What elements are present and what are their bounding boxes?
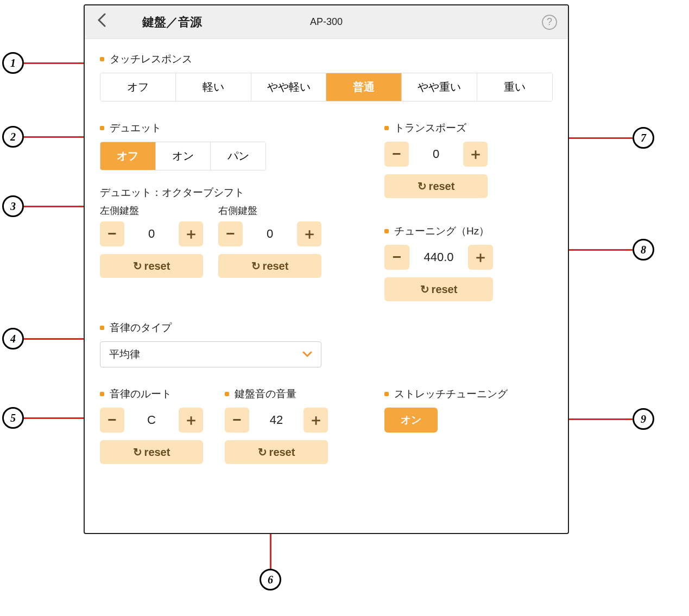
octave-left-label: 左側鍵盤: [100, 204, 203, 217]
octave-right-stepper: − 0 ＋: [218, 221, 321, 246]
touch-response-option[interactable]: オフ: [100, 73, 176, 101]
duet-option[interactable]: オン: [156, 142, 211, 170]
label-text: 音律のルート: [110, 387, 172, 401]
minus-button[interactable]: −: [100, 221, 124, 246]
keyboard-volume-stepper: − 42 ＋: [225, 408, 328, 433]
chevron-left-icon: [97, 13, 106, 27]
reset-button[interactable]: ↻ reset: [100, 254, 203, 278]
touch-response-segments: オフ軽いやや軽い普通やや重い重い: [100, 73, 553, 101]
reset-label: reset: [263, 260, 289, 272]
callout-number: 4: [2, 328, 24, 350]
bullet-icon: [100, 392, 104, 396]
label-text: 音律のタイプ: [110, 321, 172, 335]
chevron-down-icon: [302, 349, 312, 360]
callout-number: 2: [2, 126, 24, 148]
temperament-root-value: C: [130, 413, 173, 427]
plus-button[interactable]: ＋: [463, 142, 488, 167]
touch-response-option[interactable]: 重い: [477, 73, 552, 101]
label-text: デュエット：オクターブシフト: [100, 186, 244, 200]
octave-left-stepper: − 0 ＋: [100, 221, 203, 246]
transpose-label: トランスポーズ: [384, 121, 553, 135]
help-button[interactable]: ?: [542, 15, 557, 30]
reset-icon: ↻: [258, 446, 267, 459]
callout-number: 6: [260, 569, 281, 590]
bullet-icon: [384, 229, 389, 233]
bullet-icon: [384, 126, 389, 130]
reset-icon: ↻: [418, 180, 427, 193]
tuning-value: 440.0: [415, 250, 463, 264]
minus-button[interactable]: −: [218, 221, 243, 246]
stretch-tuning-label: ストレッチチューニング: [384, 387, 553, 401]
touch-response-option[interactable]: 軽い: [176, 73, 251, 101]
callout-number: 1: [2, 52, 24, 74]
reset-icon: ↻: [420, 283, 429, 296]
touch-response-option[interactable]: 普通: [326, 73, 402, 101]
temperament-select[interactable]: 平均律: [100, 341, 321, 367]
bullet-icon: [225, 392, 229, 396]
reset-label: reset: [429, 180, 455, 193]
octave-right-label: 右側鍵盤: [218, 204, 321, 217]
help-icon: ?: [547, 16, 552, 28]
reset-button[interactable]: ↻ reset: [218, 254, 321, 278]
plus-button[interactable]: ＋: [468, 245, 493, 270]
header-bar: 鍵盤／音源 AP-300 ?: [85, 5, 568, 39]
callout-number: 7: [633, 127, 654, 149]
temperament-root-stepper: − C ＋: [100, 408, 203, 433]
octave-right-value: 0: [248, 227, 292, 241]
reset-button[interactable]: ↻ reset: [384, 277, 493, 301]
bullet-icon: [100, 126, 104, 130]
reset-label: reset: [432, 283, 458, 296]
label-text: トランスポーズ: [394, 121, 466, 135]
label-text: 鍵盤音の音量: [235, 387, 296, 401]
temperament-root-label: 音律のルート: [100, 387, 203, 401]
transpose-value: 0: [414, 147, 458, 161]
minus-button[interactable]: −: [384, 142, 409, 167]
label-text: チューニング（Hz）: [394, 224, 489, 238]
plus-button[interactable]: ＋: [179, 408, 203, 433]
reset-icon: ↻: [251, 259, 261, 272]
reset-button[interactable]: ↻ reset: [225, 440, 328, 464]
octave-shift-label: デュエット：オクターブシフト: [100, 186, 321, 200]
select-value: 平均律: [109, 347, 140, 361]
plus-button[interactable]: ＋: [297, 221, 321, 246]
octave-left-value: 0: [130, 227, 173, 241]
reset-icon: ↻: [133, 446, 142, 459]
stretch-tuning-button[interactable]: オン: [384, 408, 438, 433]
bullet-icon: [384, 392, 389, 396]
callout-line: [565, 418, 633, 420]
tuning-label: チューニング（Hz）: [384, 224, 553, 238]
callout-number: 8: [633, 239, 654, 261]
minus-button[interactable]: −: [384, 245, 409, 270]
touch-response-option[interactable]: やや軽い: [251, 73, 327, 101]
reset-button[interactable]: ↻ reset: [384, 174, 488, 198]
app-window: 鍵盤／音源 AP-300 ? タッチレスポンス オフ軽いやや軽い普通やや重い重い…: [84, 4, 569, 534]
reset-button[interactable]: ↻ reset: [100, 440, 203, 464]
reset-label: reset: [144, 446, 170, 459]
callout-number: 9: [633, 408, 654, 430]
keyboard-volume-label: 鍵盤音の音量: [225, 387, 328, 401]
plus-button[interactable]: ＋: [304, 408, 328, 433]
label-text: デュエット: [110, 121, 161, 135]
minus-button[interactable]: −: [100, 408, 124, 433]
bullet-icon: [100, 57, 104, 61]
reset-icon: ↻: [133, 259, 142, 272]
label-text: タッチレスポンス: [110, 52, 192, 66]
temperament-label: 音律のタイプ: [100, 321, 553, 335]
tuning-stepper: − 440.0 ＋: [384, 245, 493, 270]
device-name: AP-300: [310, 16, 343, 28]
bullet-icon: [100, 326, 104, 330]
plus-button[interactable]: ＋: [179, 221, 203, 246]
touch-response-label: タッチレスポンス: [100, 52, 553, 66]
keyboard-volume-value: 42: [255, 413, 298, 427]
callout-number: 5: [2, 407, 24, 429]
duet-segments: オフオンパン: [100, 142, 266, 170]
callout-number: 3: [2, 195, 24, 217]
minus-button[interactable]: −: [225, 408, 249, 433]
label-text: ストレッチチューニング: [394, 387, 508, 401]
back-button[interactable]: [93, 13, 110, 31]
reset-label: reset: [269, 446, 295, 459]
reset-label: reset: [144, 260, 170, 272]
duet-option[interactable]: パン: [211, 142, 266, 170]
touch-response-option[interactable]: やや重い: [402, 73, 477, 101]
duet-option[interactable]: オフ: [100, 142, 156, 170]
